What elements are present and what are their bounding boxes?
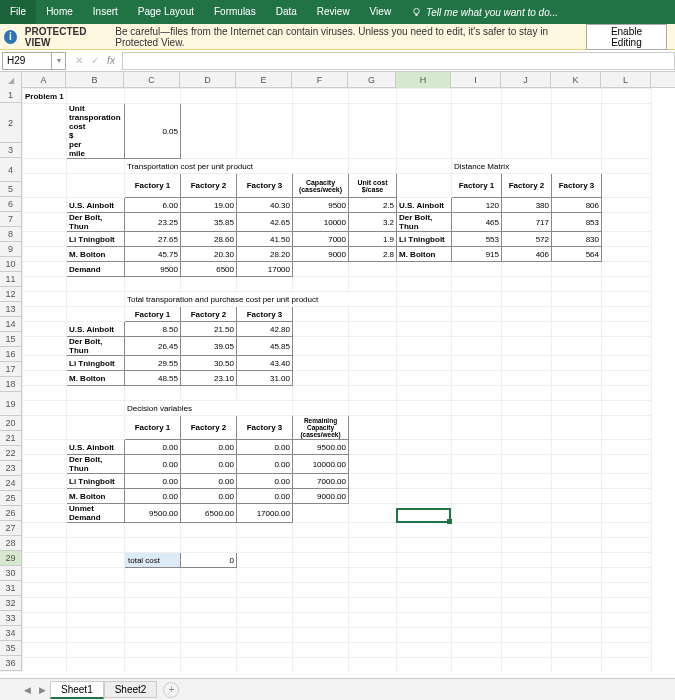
cell[interactable] <box>397 307 452 322</box>
cell[interactable]: 39.05 <box>181 337 237 356</box>
cell[interactable]: 0.00 <box>237 440 293 455</box>
cell[interactable] <box>67 401 125 416</box>
cell[interactable]: 26.45 <box>125 337 181 356</box>
row-30[interactable]: 30 <box>0 566 22 581</box>
cell[interactable]: Capacity (cases/week) <box>293 174 349 198</box>
cell[interactable] <box>181 598 237 613</box>
cell[interactable]: Der Bolt, Thun <box>397 213 452 232</box>
cell[interactable] <box>452 474 502 489</box>
cell[interactable] <box>602 643 652 658</box>
row-1[interactable]: 1 <box>0 88 22 103</box>
cell[interactable]: Distance Matrix <box>452 159 602 174</box>
cell[interactable] <box>602 371 652 386</box>
cell[interactable] <box>602 262 652 277</box>
cell[interactable]: 0.00 <box>125 455 181 474</box>
cell[interactable]: 0.00 <box>237 489 293 504</box>
cell[interactable]: 20.30 <box>181 247 237 262</box>
cell[interactable] <box>502 104 552 159</box>
cell[interactable]: Factory 3 <box>237 416 293 440</box>
cell[interactable] <box>349 416 397 440</box>
cell[interactable] <box>397 489 452 504</box>
cell[interactable]: 17000 <box>237 262 293 277</box>
row-19[interactable]: 19 <box>0 392 22 416</box>
cell[interactable]: 0.00 <box>125 489 181 504</box>
cell[interactable]: 0.00 <box>125 440 181 455</box>
cell[interactable] <box>293 322 349 337</box>
cell[interactable]: Unittransporationcost$permile <box>67 104 125 159</box>
col-e[interactable]: E <box>236 72 292 88</box>
cell[interactable] <box>293 262 349 277</box>
row-28[interactable]: 28 <box>0 536 22 551</box>
cell[interactable]: 9500.00 <box>125 504 181 523</box>
cell[interactable] <box>23 523 67 538</box>
cell[interactable] <box>397 416 452 440</box>
cell[interactable] <box>552 337 602 356</box>
cell[interactable] <box>452 523 502 538</box>
cell[interactable]: Unmet Demand <box>67 504 125 523</box>
row-18[interactable]: 18 <box>0 377 22 392</box>
cell[interactable] <box>552 104 602 159</box>
cell[interactable]: Der Bolt, Thun <box>67 455 125 474</box>
cell[interactable] <box>552 262 602 277</box>
col-k[interactable]: K <box>551 72 601 88</box>
formula-input[interactable] <box>122 52 675 70</box>
cell[interactable] <box>23 213 67 232</box>
cell[interactable]: 8.50 <box>125 322 181 337</box>
cell[interactable] <box>125 523 181 538</box>
cell[interactable] <box>452 613 502 628</box>
cell[interactable] <box>125 658 181 673</box>
cell[interactable] <box>502 583 552 598</box>
cell[interactable] <box>452 277 502 292</box>
cell[interactable] <box>237 628 293 643</box>
cell[interactable] <box>602 104 652 159</box>
row-16[interactable]: 16 <box>0 347 22 362</box>
cell[interactable] <box>502 568 552 583</box>
row-25[interactable]: 25 <box>0 491 22 506</box>
cell[interactable]: Factory 1 <box>452 174 502 198</box>
enable-editing-button[interactable]: Enable Editing <box>586 24 667 50</box>
cell[interactable] <box>23 337 67 356</box>
cell[interactable] <box>23 247 67 262</box>
cell[interactable] <box>552 386 602 401</box>
cell[interactable] <box>237 658 293 673</box>
cell[interactable] <box>67 598 125 613</box>
cell[interactable] <box>602 489 652 504</box>
cell[interactable] <box>602 277 652 292</box>
cell[interactable] <box>452 307 502 322</box>
cell[interactable] <box>293 371 349 386</box>
cell[interactable] <box>125 538 181 553</box>
cell[interactable] <box>23 538 67 553</box>
cell[interactable]: 28.20 <box>237 247 293 262</box>
cell[interactable] <box>552 322 602 337</box>
cell[interactable] <box>349 277 397 292</box>
cell[interactable]: Factory 3 <box>237 307 293 322</box>
cell[interactable]: 6500.00 <box>181 504 237 523</box>
cell[interactable]: 717 <box>502 213 552 232</box>
col-j[interactable]: J <box>501 72 551 88</box>
cell[interactable]: 915 <box>452 247 502 262</box>
cell[interactable]: 853 <box>552 213 602 232</box>
cell[interactable]: 0.00 <box>181 474 237 489</box>
cell[interactable]: 6500 <box>181 262 237 277</box>
name-box[interactable]: H29 <box>2 52 52 70</box>
cell[interactable]: Decision variables <box>125 401 293 416</box>
add-sheet-button[interactable]: + <box>163 682 179 698</box>
cell[interactable] <box>293 523 349 538</box>
col-b[interactable]: B <box>66 72 124 88</box>
cell[interactable] <box>23 658 67 673</box>
cell[interactable]: 1.9 <box>349 232 397 247</box>
col-f[interactable]: F <box>292 72 348 88</box>
cell[interactable]: Factory 2 <box>181 307 237 322</box>
row-3[interactable]: 3 <box>0 143 22 158</box>
cell[interactable] <box>293 104 349 159</box>
cell[interactable] <box>502 416 552 440</box>
row-17[interactable]: 17 <box>0 362 22 377</box>
tab-data[interactable]: Data <box>266 0 307 24</box>
cell[interactable]: Li Tningbolt <box>67 474 125 489</box>
cell[interactable] <box>181 568 237 583</box>
cell[interactable] <box>293 643 349 658</box>
tab-insert[interactable]: Insert <box>83 0 128 24</box>
cell[interactable] <box>23 307 67 322</box>
cell[interactable]: 0.00 <box>125 474 181 489</box>
cell[interactable] <box>602 440 652 455</box>
